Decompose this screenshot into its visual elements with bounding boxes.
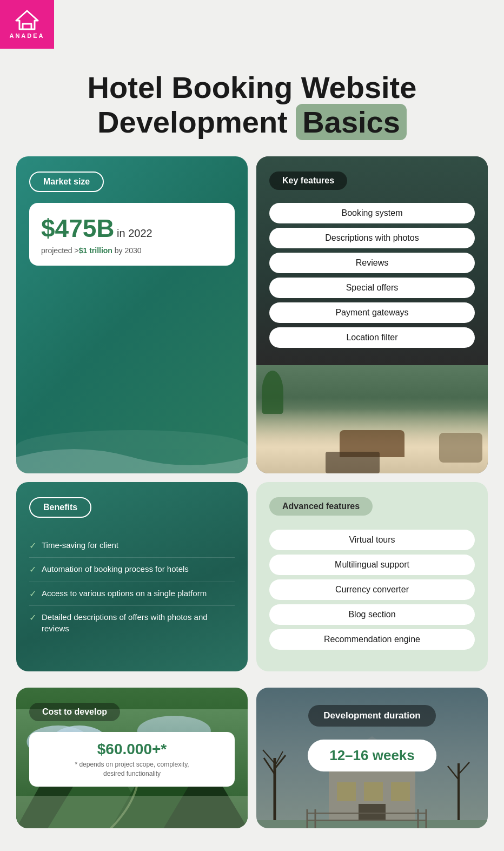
advanced-features-card: Advanced features Virtual tours Multilin… — [256, 482, 488, 671]
market-projection: projected >$1 trillion by 2030 — [41, 246, 223, 255]
benefits-card: Benefits ✓ Time-saving for client ✓ Auto… — [16, 482, 248, 671]
advanced-features-list: Virtual tours Multilingual support Curre… — [269, 530, 475, 650]
list-item: Descriptions with photos — [269, 228, 475, 248]
list-item: Multilingual support — [269, 555, 475, 575]
list-item: Payment gateways — [269, 302, 475, 323]
duration-label: Development duration — [308, 705, 435, 727]
market-size-label: Market size — [29, 171, 104, 192]
duration-value-box: 12–16 weeks — [308, 740, 436, 771]
check-icon: ✓ — [29, 540, 36, 552]
duration-card: Development duration 12–16 weeks — [256, 688, 488, 828]
check-icon: ✓ — [29, 612, 36, 624]
list-item: Location filter — [269, 327, 475, 348]
key-features-card: Key features Booking system Descriptions… — [256, 156, 488, 473]
list-item: Reviews — [269, 253, 475, 273]
logo-text: ANADEA — [9, 32, 44, 39]
list-item: Recommendation engine — [269, 629, 475, 650]
advanced-features-label: Advanced features — [269, 497, 373, 516]
cost-note: * depends on project scope, complexity, … — [40, 760, 224, 779]
logo-bar: ANADEA — [0, 0, 54, 49]
benefits-label: Benefits — [29, 497, 91, 518]
list-item: Booking system — [269, 203, 475, 223]
svg-rect-9 — [16, 796, 248, 828]
cost-card: Cost to develop $60.000+* * depends on p… — [16, 688, 248, 828]
list-item: ✓ Detailed descriptions of offers with p… — [29, 606, 235, 639]
key-features-label: Key features — [269, 171, 347, 190]
check-icon: ✓ — [29, 564, 36, 576]
cost-amount: $60.000+* — [40, 741, 224, 758]
cost-value-box: $60.000+* * depends on project scope, co… — [29, 732, 235, 787]
room-photo — [256, 365, 488, 473]
benefits-list: ✓ Time-saving for client ✓ Automation of… — [29, 534, 235, 639]
list-item: ✓ Automation of booking process for hote… — [29, 558, 235, 582]
list-item: Currency converter — [269, 579, 475, 600]
key-features-list: Booking system Descriptions with photos … — [269, 203, 475, 348]
list-item: ✓ Access to various options on a single … — [29, 582, 235, 606]
market-big-number: $475B in 2022 — [41, 214, 223, 243]
duration-value: 12–16 weeks — [329, 747, 415, 763]
market-size-card: Market size $475B in 2022 projected >$1 … — [16, 156, 248, 473]
svg-marker-0 — [16, 11, 38, 29]
list-item: Special offers — [269, 278, 475, 298]
list-item: ✓ Time-saving for client — [29, 534, 235, 558]
market-value-box: $475B in 2022 projected >$1 trillion by … — [29, 203, 235, 266]
list-item: Blog section — [269, 604, 475, 625]
main-title: Hotel Booking Website Development Basics — [0, 49, 504, 156]
check-icon: ✓ — [29, 588, 36, 600]
list-item: Virtual tours — [269, 530, 475, 550]
duration-content: Development duration 12–16 weeks — [256, 688, 488, 828]
cost-label: Cost to develop — [29, 703, 120, 721]
logo-icon — [15, 10, 39, 30]
